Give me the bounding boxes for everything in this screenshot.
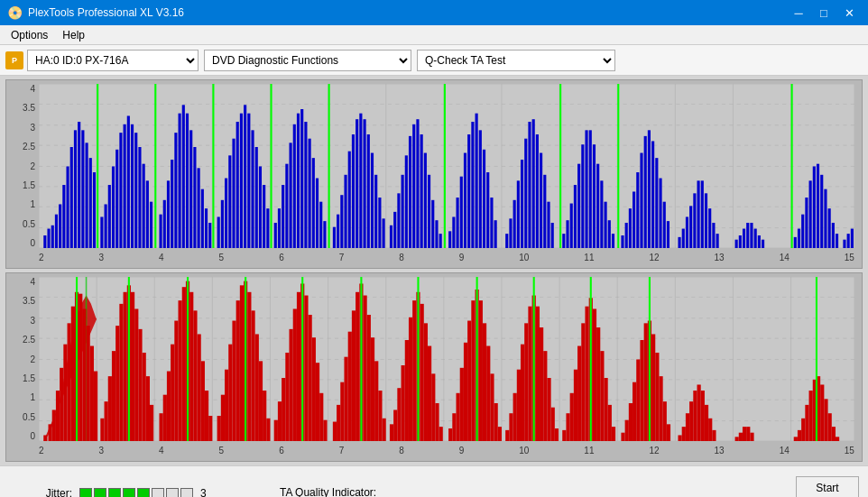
svg-rect-213 bbox=[836, 234, 838, 248]
svg-rect-31 bbox=[70, 147, 73, 248]
svg-rect-105 bbox=[356, 119, 358, 248]
svg-rect-419 bbox=[739, 433, 743, 441]
svg-rect-215 bbox=[847, 234, 850, 248]
svg-rect-306 bbox=[282, 378, 285, 441]
svg-rect-203 bbox=[798, 229, 800, 248]
svg-rect-158 bbox=[577, 164, 580, 248]
svg-rect-377 bbox=[555, 428, 559, 441]
jitter-seg-4 bbox=[123, 488, 135, 497]
function-select[interactable]: DVD Diagnostic Functions bbox=[204, 50, 411, 71]
svg-rect-309 bbox=[293, 308, 297, 441]
svg-rect-400 bbox=[644, 323, 648, 441]
svg-rect-136 bbox=[479, 130, 482, 248]
svg-rect-212 bbox=[832, 223, 835, 248]
close-button[interactable]: ✕ bbox=[837, 4, 861, 22]
bottom-chart-x-axis: 2 3 4 5 6 7 8 9 10 11 12 13 14 15 bbox=[39, 441, 854, 459]
svg-rect-389 bbox=[600, 351, 604, 441]
svg-rect-319 bbox=[333, 422, 337, 441]
svg-rect-322 bbox=[344, 357, 347, 441]
svg-rect-152 bbox=[547, 202, 549, 248]
menu-help[interactable]: Help bbox=[55, 27, 92, 43]
minimize-button[interactable]: ─ bbox=[787, 4, 810, 22]
drive-select[interactable]: HA:0 ID:0 PX-716A bbox=[27, 50, 199, 71]
bottom-chart-svg bbox=[39, 277, 854, 441]
svg-rect-385 bbox=[585, 307, 588, 441]
svg-rect-34 bbox=[81, 130, 84, 248]
svg-rect-208 bbox=[817, 164, 819, 248]
svg-rect-56 bbox=[167, 180, 170, 248]
svg-rect-174 bbox=[640, 153, 642, 248]
svg-rect-346 bbox=[435, 403, 439, 441]
svg-rect-391 bbox=[608, 405, 612, 441]
svg-rect-149 bbox=[536, 134, 539, 248]
svg-rect-161 bbox=[589, 130, 592, 248]
svg-rect-364 bbox=[505, 430, 509, 441]
svg-rect-358 bbox=[483, 323, 486, 441]
svg-rect-249 bbox=[63, 345, 67, 441]
svg-rect-355 bbox=[471, 300, 475, 441]
svg-rect-33 bbox=[78, 122, 80, 248]
start-section: Start i bbox=[796, 476, 859, 497]
svg-rect-275 bbox=[163, 395, 167, 441]
svg-rect-338 bbox=[405, 340, 409, 441]
svg-rect-193 bbox=[716, 234, 719, 248]
svg-rect-286 bbox=[205, 391, 208, 441]
svg-rect-395 bbox=[625, 420, 629, 441]
svg-rect-93 bbox=[309, 139, 311, 248]
svg-rect-392 bbox=[612, 427, 615, 441]
svg-rect-185 bbox=[686, 216, 688, 248]
svg-rect-196 bbox=[743, 229, 745, 248]
svg-rect-74 bbox=[236, 122, 239, 248]
svg-rect-344 bbox=[428, 346, 431, 441]
svg-rect-80 bbox=[259, 166, 262, 248]
menu-bar: Options Help bbox=[0, 25, 868, 45]
menu-options[interactable]: Options bbox=[4, 27, 55, 43]
svg-rect-416 bbox=[708, 419, 712, 441]
svg-rect-245 bbox=[49, 424, 52, 441]
svg-rect-164 bbox=[600, 180, 603, 248]
svg-rect-75 bbox=[240, 114, 243, 248]
svg-rect-426 bbox=[805, 405, 808, 441]
svg-rect-368 bbox=[521, 345, 524, 441]
svg-rect-370 bbox=[528, 307, 531, 441]
svg-rect-192 bbox=[712, 223, 715, 248]
svg-rect-142 bbox=[509, 218, 512, 248]
svg-rect-274 bbox=[159, 413, 162, 441]
svg-rect-376 bbox=[551, 408, 555, 441]
svg-rect-404 bbox=[659, 376, 662, 441]
svg-rect-70 bbox=[221, 200, 224, 248]
svg-rect-329 bbox=[371, 337, 374, 441]
metrics-section: Jitter: 3 Peak Shift: bbox=[9, 487, 244, 497]
svg-rect-132 bbox=[464, 153, 466, 248]
svg-rect-156 bbox=[570, 204, 573, 248]
test-select[interactable]: Q-Check TA Test bbox=[417, 50, 615, 71]
svg-rect-35 bbox=[86, 143, 88, 248]
title-bar-left: 📀 PlexTools Professional XL V3.16 bbox=[7, 5, 184, 20]
svg-rect-154 bbox=[562, 234, 565, 248]
maximize-button[interactable]: □ bbox=[812, 4, 836, 22]
svg-rect-432 bbox=[828, 413, 832, 441]
jitter-seg-8 bbox=[180, 488, 193, 497]
start-button[interactable]: Start bbox=[796, 476, 859, 497]
svg-rect-328 bbox=[367, 315, 371, 441]
svg-rect-29 bbox=[62, 185, 65, 248]
svg-rect-278 bbox=[174, 321, 178, 441]
svg-rect-186 bbox=[689, 206, 692, 248]
svg-rect-128 bbox=[448, 231, 451, 248]
svg-rect-95 bbox=[316, 179, 319, 248]
jitter-seg-6 bbox=[152, 488, 164, 497]
jitter-label: Jitter: bbox=[9, 487, 72, 497]
jitter-row: Jitter: 3 bbox=[9, 487, 244, 497]
svg-rect-373 bbox=[540, 327, 543, 441]
top-chart-svg bbox=[39, 84, 854, 248]
svg-rect-134 bbox=[471, 122, 474, 248]
title-bar-controls: ─ □ ✕ bbox=[787, 4, 861, 22]
top-chart-y-axis: 4 3.5 3 2.5 2 1.5 1 0.5 0 bbox=[8, 84, 39, 248]
svg-rect-384 bbox=[581, 323, 585, 441]
svg-rect-349 bbox=[448, 428, 452, 441]
svg-rect-270 bbox=[143, 353, 146, 441]
svg-rect-143 bbox=[513, 200, 516, 248]
svg-rect-343 bbox=[424, 323, 428, 441]
toolbar: P HA:0 ID:0 PX-716A DVD Diagnostic Funct… bbox=[0, 45, 868, 76]
svg-rect-55 bbox=[163, 200, 166, 248]
